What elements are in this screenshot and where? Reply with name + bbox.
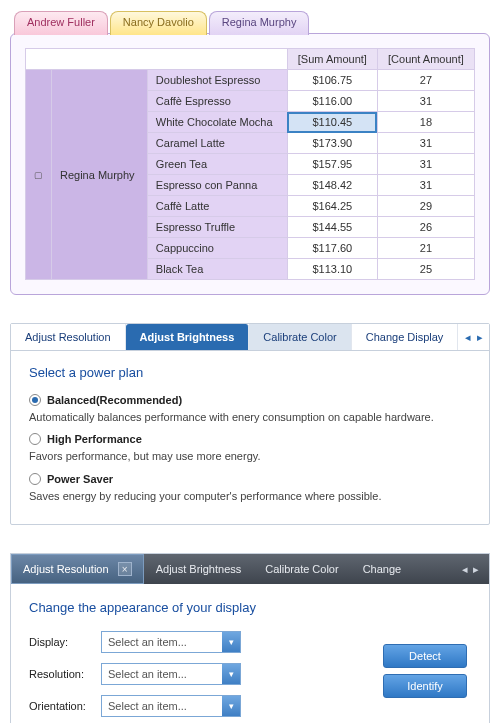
tab-change[interactable]: Change bbox=[351, 555, 414, 583]
sum-cell[interactable]: $148.42 bbox=[287, 175, 377, 196]
col-sum-amount[interactable]: [Sum Amount] bbox=[287, 49, 377, 70]
sum-cell[interactable]: $117.60 bbox=[287, 238, 377, 259]
panel3-title: Change the appearance of your display bbox=[29, 600, 471, 615]
pivot-grid: [Sum Amount][Count Amount]▢Regina Murphy… bbox=[25, 48, 475, 280]
scroll-left-icon[interactable]: ◂ bbox=[462, 563, 468, 576]
panel-pivot: Andrew Fuller Nancy Davolio Regina Murph… bbox=[10, 10, 490, 295]
tab-andrew-fuller[interactable]: Andrew Fuller bbox=[14, 11, 108, 35]
item-cell[interactable]: Green Tea bbox=[147, 154, 287, 175]
count-cell[interactable]: 18 bbox=[377, 112, 474, 133]
sum-cell[interactable]: $144.55 bbox=[287, 217, 377, 238]
panel1-tabstrip: Andrew Fuller Nancy Davolio Regina Murph… bbox=[10, 10, 490, 34]
tab-label: Adjust Resolution bbox=[23, 563, 109, 575]
sum-cell[interactable]: $173.90 bbox=[287, 133, 377, 154]
count-cell[interactable]: 31 bbox=[377, 91, 474, 112]
grid-corner bbox=[26, 49, 288, 70]
power-plan-option[interactable]: High Performance bbox=[29, 433, 471, 445]
sum-cell[interactable]: $113.10 bbox=[287, 259, 377, 280]
chevron-down-icon[interactable]: ▾ bbox=[222, 664, 240, 684]
tab-label: Andrew Fuller bbox=[27, 16, 95, 28]
scroll-left-icon[interactable]: ◂ bbox=[465, 331, 471, 344]
field-label: Resolution: bbox=[29, 668, 101, 680]
tab-adjust-resolution[interactable]: Adjust Resolution bbox=[11, 324, 126, 350]
item-cell[interactable]: Cappuccino bbox=[147, 238, 287, 259]
item-cell[interactable]: Caffè Latte bbox=[147, 196, 287, 217]
item-cell[interactable]: Caramel Latte bbox=[147, 133, 287, 154]
item-cell[interactable]: Espresso Truffle bbox=[147, 217, 287, 238]
power-plan-option[interactable]: Power Saver bbox=[29, 473, 471, 485]
tab-adjust-brightness[interactable]: Adjust Brightness bbox=[126, 324, 250, 350]
item-cell[interactable]: White Chocolate Mocha bbox=[147, 112, 287, 133]
panel3-body: Change the appearance of your display Di… bbox=[11, 584, 489, 723]
panel2-title: Select a power plan bbox=[29, 365, 471, 380]
field-label: Orientation: bbox=[29, 700, 101, 712]
tab-calibrate-color[interactable]: Calibrate Color bbox=[249, 324, 351, 350]
action-buttons: DetectIdentify bbox=[241, 644, 471, 704]
count-cell[interactable]: 27 bbox=[377, 70, 474, 91]
combo-text: Select an item... bbox=[102, 700, 222, 712]
item-cell[interactable]: Caffè Espresso bbox=[147, 91, 287, 112]
option-description: Automatically balances performance with … bbox=[29, 410, 471, 425]
panel3-scroll: ◂ ▸ bbox=[456, 563, 485, 576]
tab-label: Nancy Davolio bbox=[123, 16, 194, 28]
option-label: High Performance bbox=[47, 433, 142, 445]
table-row: ▢Regina MurphyDoubleshot Espresso$106.75… bbox=[26, 70, 475, 91]
tab-calibrate-color[interactable]: Calibrate Color bbox=[253, 555, 350, 583]
radio-icon[interactable] bbox=[29, 473, 41, 485]
sum-cell[interactable]: $110.45 bbox=[287, 112, 377, 133]
panel1-body: [Sum Amount][Count Amount]▢Regina Murphy… bbox=[10, 33, 490, 295]
tab-regina-murphy[interactable]: Regina Murphy bbox=[209, 11, 310, 35]
option-label: Balanced(Recommended) bbox=[47, 394, 182, 406]
tab-change-display[interactable]: Change Display bbox=[352, 324, 459, 350]
tab-label: Regina Murphy bbox=[222, 16, 297, 28]
option-description: Favors performance, but may use more ene… bbox=[29, 449, 471, 464]
power-plan-option[interactable]: Balanced(Recommended) bbox=[29, 394, 471, 406]
count-cell[interactable]: 31 bbox=[377, 175, 474, 196]
count-cell[interactable]: 31 bbox=[377, 133, 474, 154]
count-cell[interactable]: 21 bbox=[377, 238, 474, 259]
close-icon[interactable]: × bbox=[118, 562, 132, 576]
panel2-tabstrip: Adjust Resolution Adjust Brightness Cali… bbox=[11, 324, 489, 351]
count-cell[interactable]: 25 bbox=[377, 259, 474, 280]
combo-display[interactable]: Select an item...▾ bbox=[101, 631, 241, 653]
scroll-right-icon[interactable]: ▸ bbox=[473, 563, 479, 576]
radio-icon[interactable] bbox=[29, 433, 41, 445]
item-cell[interactable]: Doubleshot Espresso bbox=[147, 70, 287, 91]
combo-orientation[interactable]: Select an item...▾ bbox=[101, 695, 241, 717]
detect-button[interactable]: Detect bbox=[383, 644, 467, 668]
panel2-scroll: ◂ ▸ bbox=[459, 324, 489, 350]
col-count-amount[interactable]: [Count Amount] bbox=[377, 49, 474, 70]
panel-power-plan: Adjust Resolution Adjust Brightness Cali… bbox=[10, 323, 490, 525]
count-cell[interactable]: 26 bbox=[377, 217, 474, 238]
option-label: Power Saver bbox=[47, 473, 113, 485]
tab-adjust-brightness[interactable]: Adjust Brightness bbox=[144, 555, 254, 583]
panel2-body: Select a power plan Balanced(Recommended… bbox=[11, 351, 489, 524]
chevron-down-icon[interactable]: ▾ bbox=[222, 696, 240, 716]
combo-text: Select an item... bbox=[102, 636, 222, 648]
tab-adjust-resolution[interactable]: Adjust Resolution × bbox=[11, 554, 144, 584]
item-cell[interactable]: Black Tea bbox=[147, 259, 287, 280]
collapse-icon[interactable]: ▢ bbox=[26, 70, 52, 280]
panel3-tabstrip: Adjust Resolution × Adjust Brightness Ca… bbox=[11, 554, 489, 584]
count-cell[interactable]: 29 bbox=[377, 196, 474, 217]
sum-cell[interactable]: $116.00 bbox=[287, 91, 377, 112]
combo-text: Select an item... bbox=[102, 668, 222, 680]
sum-cell[interactable]: $164.25 bbox=[287, 196, 377, 217]
scroll-right-icon[interactable]: ▸ bbox=[477, 331, 483, 344]
count-cell[interactable]: 31 bbox=[377, 154, 474, 175]
panel-display-appearance: Adjust Resolution × Adjust Brightness Ca… bbox=[10, 553, 490, 723]
sum-cell[interactable]: $157.95 bbox=[287, 154, 377, 175]
identify-button[interactable]: Identify bbox=[383, 674, 467, 698]
tab-nancy-davolio[interactable]: Nancy Davolio bbox=[110, 11, 207, 35]
sum-cell[interactable]: $106.75 bbox=[287, 70, 377, 91]
combo-resolution[interactable]: Select an item...▾ bbox=[101, 663, 241, 685]
chevron-down-icon[interactable]: ▾ bbox=[222, 632, 240, 652]
row-group-label[interactable]: Regina Murphy bbox=[52, 70, 148, 280]
radio-icon[interactable] bbox=[29, 394, 41, 406]
option-description: Saves energy by reducing your computer's… bbox=[29, 489, 471, 504]
item-cell[interactable]: Espresso con Panna bbox=[147, 175, 287, 196]
field-label: Display: bbox=[29, 636, 101, 648]
